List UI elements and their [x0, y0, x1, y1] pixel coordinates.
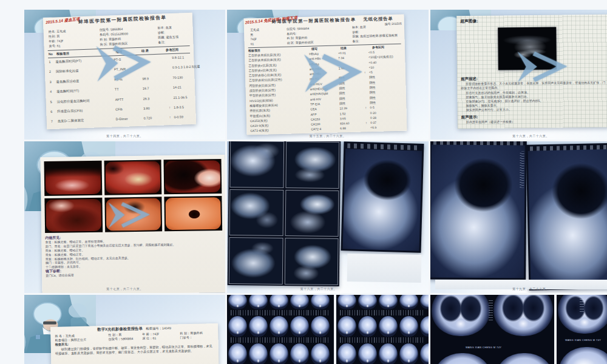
report-paper: 数字X光机影像检查报告单 检查编号：14049 姓 名：王先成性 别：男年 龄：…: [50, 323, 219, 364]
ct-slice-row: [336, 316, 429, 337]
endoscopy-image: [44, 198, 102, 233]
section-label: 镜下诊断:: [46, 269, 61, 273]
page-number: 第十九页，共二十六页。: [430, 287, 607, 291]
slide-background: 数字X光机影像检查报告单 检查编号：14049 姓 名：王先成性 别：男年 龄：…: [24, 295, 225, 364]
ultrasound-description: 超声描述: 肝脏切面检查显示形态、大小未见明显异常，表面光滑，实质回声未见明显异…: [461, 74, 607, 125]
film-scale-marks: [340, 310, 425, 315]
row-no: 5: [50, 99, 57, 103]
ct-slice: [358, 295, 377, 309]
ct-slice: [337, 316, 356, 337]
col-no: No: [49, 52, 53, 56]
arrow-annotation: [108, 202, 152, 228]
ct-slice: [311, 316, 330, 337]
ct-slice: [270, 316, 288, 337]
row-ref: 阴性: [370, 90, 405, 95]
ct-chest-slice: [493, 295, 553, 336]
row-result: 0.720: [144, 116, 169, 120]
endoscopy-image: [104, 160, 161, 195]
row-flag: ↑: [169, 106, 174, 109]
endoscopy-findings: 内镜所见: 食道：粘膜光整、蠕动正常。血管纹理清晰。贲门、胃底：自贲门延至贲门下…: [45, 234, 223, 278]
ct-slice: [358, 343, 377, 364]
hint-line: 肝内异常低回声（建议进一步检查）: [461, 119, 607, 125]
section-label: 超声描述:: [461, 75, 606, 81]
row-no: 7: [51, 120, 58, 123]
photo-lab-report-immunology[interactable]: 2015.5.14 免疫过筛+肿瘤五项 蚌埠医学院第一附属医院检验报告单 无纸化…: [227, 10, 429, 140]
ct-slice: [228, 343, 247, 364]
arrow-annotation: [97, 44, 155, 81]
description-lines: 肝脏切面检查显示形态、大小未见明显异常，表面光滑，实质回声未见明显异常，管道结构…: [461, 81, 607, 113]
row-code: CFib: [115, 107, 143, 112]
endoscopy-view: [46, 199, 101, 232]
ct-slice-row: [336, 295, 429, 309]
photo-ct-film-large-slices[interactable]: WANG XIAN CHENG M 74Y WANG XIAN CHENG M …: [430, 295, 607, 364]
row-item: 乙型肝炎前S1抗原(定性): [249, 77, 310, 83]
row-code: CA72-4: [311, 127, 340, 131]
photo-endoscopy-report[interactable]: 内镜所见: 食道：粘膜光整、蠕动正常。血管纹理清晰。贲门、胃底：自贲门延至贲门下…: [24, 141, 225, 293]
row-ref: 9.8-12.1: [172, 55, 192, 59]
col-code: 缩写: [311, 47, 317, 50]
row-code: CEA: [310, 107, 339, 111]
row-result: 阴性: [339, 91, 365, 95]
xray-image: [343, 149, 422, 251]
ct-abdomen-slice: [496, 353, 553, 364]
row-item: CA19-9(发光): [250, 123, 311, 128]
slide-background: 2015.5.14 免疫过筛+肿瘤五项 蚌埠医学院第一附属医院检验报告单 无纸化…: [227, 10, 429, 140]
row-flag: ↑: [169, 115, 174, 119]
film-scale-marks: [231, 310, 330, 315]
patient-info-field: 病 区: 胃肠外科病区: [287, 39, 353, 45]
ct-slice-row: [336, 343, 429, 364]
row-ref: 0.9-1.3 1.8-2.5抗凝: [172, 65, 200, 70]
row-flag: ↑: [365, 106, 370, 109]
xray-image: [229, 189, 283, 237]
row-ref: 1.8-3.5: [174, 105, 194, 109]
endoscopy-view: [46, 162, 101, 195]
slide-background: 第十九页，共二十六页。: [430, 141, 607, 293]
ct-slice: [399, 316, 418, 337]
report-serial: 检查编号：14049: [146, 326, 171, 331]
photo-xray-films-pair[interactable]: 第十九页，共二十六页。: [430, 141, 607, 293]
endoscopy-view: [165, 160, 220, 193]
row-ref: <5: [369, 70, 404, 75]
row-no: 6: [50, 110, 57, 113]
row-no: 2: [49, 70, 56, 73]
arrow-annotation: [304, 53, 366, 92]
slide-background: 内镜所见: 食道：粘膜光整、蠕动正常。血管纹理清晰。贲门、胃底：自贲门延至贲门下…: [24, 141, 225, 293]
photo-xray-film-montage[interactable]: 第十八页，共二十六页。: [227, 141, 429, 293]
ct-chest-slice: [432, 295, 490, 336]
col-item: 检验项目: [248, 49, 260, 53]
ct-slice: [290, 316, 309, 337]
row-ref: 阴性: [369, 75, 404, 79]
page-number: 第十七页，共二十六页。: [24, 287, 225, 291]
ct-slice-row: [227, 295, 334, 309]
row-result: 816.60: [340, 121, 365, 125]
ct-slice: [358, 316, 377, 337]
film-scale-marks: [340, 337, 425, 343]
page-number: 第十八页，共二十六页。: [227, 287, 429, 291]
slide-background: 超声图像: 超声描述: 肝脏切面检查显示形态、大小未见明显异常，表面光滑，实质回…: [430, 10, 607, 140]
bullet-marker: [36, 335, 40, 339]
photo-ultrasound-report[interactable]: 超声图像: 超声描述: 肝脏切面检查显示形态、大小未见明显异常，表面光滑，实质回…: [430, 10, 607, 140]
xray-thumbnails: [229, 141, 339, 285]
row-result: 1.52: [340, 111, 365, 115]
photo-ct-film-small-slices[interactable]: [227, 295, 429, 364]
row-result: 6.88: [340, 126, 365, 130]
row-ref: 0-37: [370, 120, 405, 125]
patient-info: 王先成男74岁61住院号: 5866864条码号:科 别: 胃肠外科病 区: 胃…: [250, 24, 402, 47]
ct-slice-row: [227, 316, 334, 337]
row-result: 阴性: [339, 101, 365, 105]
endoscopy-image: [104, 197, 162, 232]
ct-slice: [228, 316, 247, 337]
row-item: 甲型肝炎抗体(定性): [249, 92, 310, 98]
row-ref: 0-0.59: [174, 115, 195, 119]
section-label: 超声提示:: [461, 113, 607, 119]
photo-lab-report-coagulation[interactable]: 2015.5.14 凝血五项 蚌埠医学院第一附属医院检验报告单 姓名: 王先成性…: [24, 10, 225, 140]
report-title: 蚌埠医学院第一附属医院检验报告单: [78, 15, 167, 25]
ct-slice: [379, 343, 398, 364]
photo-xray-report[interactable]: 数字X光机影像检查报告单 检查编号：14049 姓 名：王先成性 别：男年 龄：…: [24, 295, 225, 364]
row-item: 丙型肝炎抗体(定性): [249, 82, 310, 87]
xray-film-right: [526, 143, 607, 290]
endoscopy-sheet: 内镜所见: 食道：粘膜光整、蠕动正常。血管纹理清晰。贲门、胃底：自贲门延至贲门下…: [40, 155, 225, 293]
row-item: HIV1/2抗体(初筛): [249, 97, 310, 103]
row-ref: 70-130: [172, 75, 193, 79]
col-item: 检验项目: [56, 52, 69, 56]
